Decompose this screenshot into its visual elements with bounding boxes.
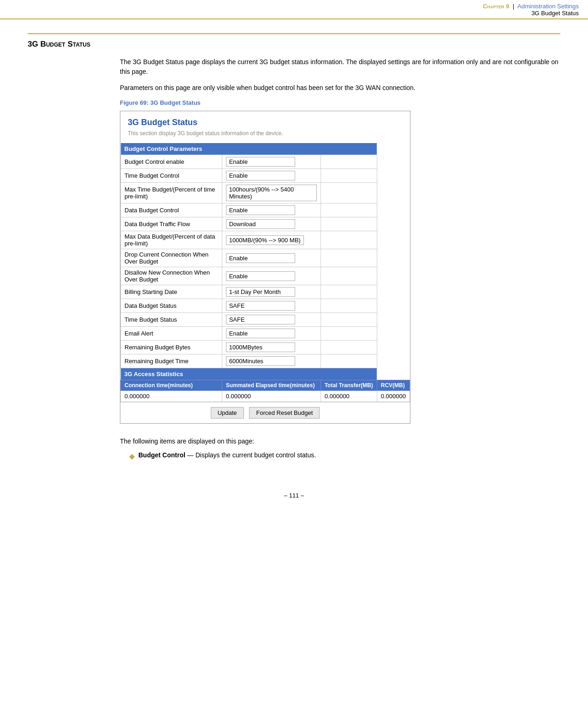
bullet-text-0: Budget Control — Displays the current bu… bbox=[138, 451, 316, 459]
header-sub-line: 3G Budget Status bbox=[9, 10, 579, 17]
stats-val-0: 0.000000 bbox=[121, 391, 222, 402]
table-row: Disallow New Connection When Over Budget… bbox=[121, 267, 410, 285]
row-label-0: Budget Control enable bbox=[121, 155, 222, 169]
table-row: Budget Control enable Enable bbox=[121, 155, 410, 169]
table-section-header-row: Budget Control Parameters bbox=[121, 143, 410, 155]
stats-data-row: 0.000000 0.000000 0.000000 0.000000 bbox=[121, 391, 410, 402]
row-label-13: Remaining Budget Time bbox=[121, 354, 222, 368]
budget-control-header: Budget Control Parameters bbox=[121, 143, 377, 155]
row-value-10: SAFE bbox=[222, 313, 321, 327]
row-value-9: SAFE bbox=[222, 299, 321, 313]
row-value-0: Enable bbox=[222, 155, 321, 169]
stats-section-header-row: 3G Access Statistics bbox=[121, 368, 410, 380]
bullet-bold-0: Budget Control bbox=[138, 451, 185, 459]
table-row: Time Budget Control Enable bbox=[121, 169, 410, 183]
bullet-diamond-icon: ◆ bbox=[129, 452, 135, 461]
stats-val-2: 0.000000 bbox=[321, 391, 377, 402]
page-footer: – 111 – bbox=[0, 483, 588, 508]
row-value-2: 100hours/(90% --> 5400 Minutes) bbox=[222, 183, 321, 204]
row-label-7: Disallow New Connection When Over Budget bbox=[121, 267, 222, 285]
chapter-line: Chapter 9 | Administration Settings bbox=[9, 3, 579, 10]
bullet-item-0: ◆ Budget Control — Displays the current … bbox=[129, 451, 560, 461]
row-label-2: Max Time Budget/(Percent of time pre-lim… bbox=[121, 183, 222, 204]
figure-title: 3G Budget Status bbox=[120, 111, 410, 130]
figure-caption: Figure 69: 3G Budget Status bbox=[120, 99, 560, 106]
stats-col-1: Summated Elapsed time(minutes) bbox=[222, 380, 321, 391]
row-value-6: Enable bbox=[222, 249, 321, 267]
row-label-11: Email Alert bbox=[121, 327, 222, 341]
table-row: Max Time Budget/(Percent of time pre-lim… bbox=[121, 183, 410, 204]
forced-reset-button[interactable]: Forced Reset Budget bbox=[249, 407, 320, 419]
row-value-1: Enable bbox=[222, 169, 321, 183]
admin-settings-label: Administration Settings bbox=[517, 3, 579, 10]
body-para1: The 3G Budget Status page displays the c… bbox=[120, 57, 560, 77]
buttons-row: Update Forced Reset Budget bbox=[120, 402, 410, 423]
stats-val-1: 0.000000 bbox=[222, 391, 321, 402]
page-header: Chapter 9 | Administration Settings 3G B… bbox=[0, 0, 588, 19]
table-row: Drop Current Connection When Over Budget… bbox=[121, 249, 410, 267]
row-label-3: Data Budget Control bbox=[121, 204, 222, 217]
row-value-12: 1000MBytes bbox=[222, 341, 321, 354]
section-title: 3G Budget Status bbox=[28, 33, 560, 49]
stats-column-header-row: Connection time(minutes) Summated Elapse… bbox=[121, 380, 410, 391]
row-value-5: 1000MB/(90% --> 900 MB) bbox=[222, 231, 321, 249]
chapter-label: Chapter 9 bbox=[483, 3, 509, 10]
table-row: Data Budget Status SAFE bbox=[121, 299, 410, 313]
header-separator: | bbox=[513, 3, 514, 10]
row-label-10: Time Budget Status bbox=[121, 313, 222, 327]
main-content: 3G Budget Status The 3G Budget Status pa… bbox=[0, 19, 588, 483]
row-label-8: Billing Starting Date bbox=[121, 285, 222, 299]
row-value-3: Enable bbox=[222, 204, 321, 217]
table-row: Max Data Budget/(Percent of data pre-lim… bbox=[121, 231, 410, 249]
table-row: Data Budget Traffic Flow Download bbox=[121, 217, 410, 231]
bullet-rest-0: — Displays the current budget control st… bbox=[185, 451, 316, 459]
following-intro: The following items are displayed on thi… bbox=[120, 437, 560, 445]
body-para2: Parameters on this page are only visible… bbox=[120, 83, 560, 93]
stats-col-0: Connection time(minutes) bbox=[121, 380, 222, 391]
stats-section-header: 3G Access Statistics bbox=[121, 368, 377, 380]
figure-box: 3G Budget Status This section display 3G… bbox=[120, 111, 410, 424]
row-label-9: Data Budget Status bbox=[121, 299, 222, 313]
stats-col-3: RCV(MB) bbox=[377, 380, 410, 391]
table-row: Billing Starting Date 1-st Day Per Month bbox=[121, 285, 410, 299]
row-value-7: Enable bbox=[222, 267, 321, 285]
table-row: Remaining Budget Bytes 1000MBytes bbox=[121, 341, 410, 354]
row-label-4: Data Budget Traffic Flow bbox=[121, 217, 222, 231]
status-table: Budget Control Parameters Budget Control… bbox=[120, 143, 410, 402]
table-row: Data Budget Control Enable bbox=[121, 204, 410, 217]
row-label-6: Drop Current Connection When Over Budget bbox=[121, 249, 222, 267]
row-label-5: Max Data Budget/(Percent of data pre-lim… bbox=[121, 231, 222, 249]
row-label-12: Remaining Budget Bytes bbox=[121, 341, 222, 354]
row-value-13: 6000Minutes bbox=[222, 354, 321, 368]
row-value-8: 1-st Day Per Month bbox=[222, 285, 321, 299]
row-value-11: Enable bbox=[222, 327, 321, 341]
figure-subtitle: This section display 3G budget status in… bbox=[120, 130, 410, 143]
table-row: Time Budget Status SAFE bbox=[121, 313, 410, 327]
stats-val-3: 0.000000 bbox=[377, 391, 410, 402]
update-button[interactable]: Update bbox=[211, 407, 244, 419]
table-row: Email Alert Enable bbox=[121, 327, 410, 341]
stats-col-2: Total Transfer(MB) bbox=[321, 380, 377, 391]
row-label-1: Time Budget Control bbox=[121, 169, 222, 183]
table-row: Remaining Budget Time 6000Minutes bbox=[121, 354, 410, 368]
page-number: – 111 – bbox=[284, 492, 304, 499]
row-value-4: Download bbox=[222, 217, 321, 231]
